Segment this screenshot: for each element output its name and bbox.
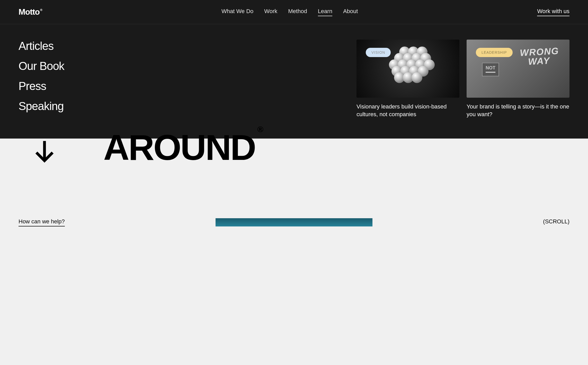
logo-text: Motto: [19, 7, 40, 17]
nav-learn[interactable]: Learn: [318, 8, 332, 16]
main-nav: What We Do Work Method Learn About: [221, 8, 358, 16]
not-enter-sign: NOT: [482, 63, 499, 76]
article-card-leadership[interactable]: LEADERSHIP WRONG WAY NOT Your brand is t…: [467, 40, 569, 118]
dropdown-our-book[interactable]: Our Book: [19, 60, 96, 72]
dropdown-cards: VISION Visionary leaders build vision-ba…: [116, 40, 569, 118]
footer-row: How can we help? (SCROLL): [0, 167, 588, 226]
nav-about[interactable]: About: [343, 8, 358, 16]
main-header: Motto ® What We Do Work Method Learn Abo…: [0, 0, 588, 24]
scroll-indicator: (SCROLL): [543, 218, 569, 225]
article-card-vision[interactable]: VISION Visionary leaders build vision-ba…: [357, 40, 459, 118]
hero-image: [216, 218, 372, 226]
nav-what-we-do[interactable]: What We Do: [221, 8, 253, 16]
dropdown-speaking[interactable]: Speaking: [19, 100, 96, 113]
dropdown-press[interactable]: Press: [19, 80, 96, 93]
dropdown-menu: Articles Our Book Press Speaking: [19, 40, 96, 118]
card-image-sign: LEADERSHIP WRONG WAY NOT: [467, 40, 569, 98]
nav-work[interactable]: Work: [264, 8, 277, 16]
spheres-icon: [385, 45, 431, 92]
card-title: Your brand is telling a story—is it the …: [467, 103, 569, 118]
logo-mark: ®: [40, 8, 42, 12]
wrong-way-sign: WRONG WAY: [520, 46, 560, 67]
card-title: Visionary leaders build vision-based cul…: [357, 103, 459, 118]
hero-headline: AROUND®: [103, 139, 569, 157]
help-link[interactable]: How can we help?: [19, 218, 65, 226]
registered-mark: ®: [257, 127, 262, 131]
hero-section: AROUND®: [0, 139, 588, 167]
leadership-badge: LEADERSHIP: [476, 48, 513, 57]
learn-dropdown: Articles Our Book Press Speaking VISION …: [0, 24, 588, 139]
card-image-spheres: VISION: [357, 40, 459, 98]
dropdown-articles[interactable]: Articles: [19, 40, 96, 52]
work-with-us-link[interactable]: Work with us: [537, 8, 569, 16]
nav-method[interactable]: Method: [288, 8, 307, 16]
arrow-down-icon: [33, 140, 56, 164]
logo[interactable]: Motto ®: [19, 7, 42, 17]
